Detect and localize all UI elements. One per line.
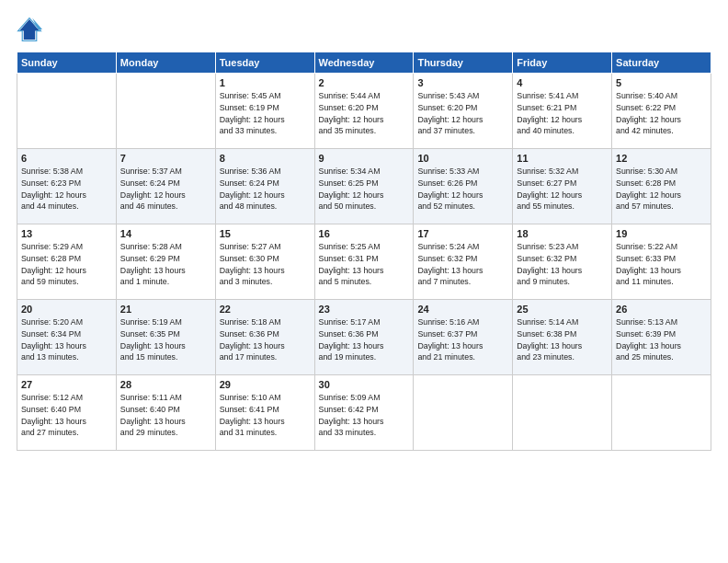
calendar-week-row: 27Sunrise: 5:12 AM Sunset: 6:40 PM Dayli… [17,375,711,451]
day-info: Sunrise: 5:17 AM Sunset: 6:36 PM Dayligh… [319,316,410,363]
calendar-cell: 9Sunrise: 5:34 AM Sunset: 6:25 PM Daylig… [314,149,414,224]
day-info: Sunrise: 5:22 AM Sunset: 6:33 PM Dayligh… [616,241,707,288]
calendar-cell: 7Sunrise: 5:37 AM Sunset: 6:24 PM Daylig… [116,149,215,224]
calendar-cell: 14Sunrise: 5:28 AM Sunset: 6:29 PM Dayli… [116,224,215,300]
logo-icon [17,17,42,42]
weekday-header: Wednesday [314,52,414,74]
day-info: Sunrise: 5:32 AM Sunset: 6:27 PM Dayligh… [517,166,608,213]
day-number: 22 [220,304,311,315]
calendar-cell [17,74,117,149]
calendar-cell [513,375,612,451]
calendar-cell: 10Sunrise: 5:33 AM Sunset: 6:26 PM Dayli… [414,149,513,224]
calendar-cell [116,74,215,149]
calendar-cell: 19Sunrise: 5:22 AM Sunset: 6:33 PM Dayli… [612,224,711,300]
day-number: 20 [21,304,112,315]
day-number: 29 [220,379,311,390]
calendar-cell: 5Sunrise: 5:40 AM Sunset: 6:22 PM Daylig… [612,74,711,149]
day-number: 24 [417,304,508,315]
day-info: Sunrise: 5:40 AM Sunset: 6:22 PM Dayligh… [616,90,707,137]
day-info: Sunrise: 5:23 AM Sunset: 6:32 PM Dayligh… [517,241,608,288]
day-number: 17 [417,228,508,239]
day-info: Sunrise: 5:14 AM Sunset: 6:38 PM Dayligh… [517,316,608,363]
day-info: Sunrise: 5:25 AM Sunset: 6:31 PM Dayligh… [319,241,410,288]
day-info: Sunrise: 5:11 AM Sunset: 6:40 PM Dayligh… [120,392,211,439]
weekday-header: Saturday [612,52,711,74]
day-info: Sunrise: 5:34 AM Sunset: 6:25 PM Dayligh… [319,166,410,213]
day-info: Sunrise: 5:27 AM Sunset: 6:30 PM Dayligh… [220,241,311,288]
calendar-cell: 11Sunrise: 5:32 AM Sunset: 6:27 PM Dayli… [513,149,612,224]
calendar-cell: 20Sunrise: 5:20 AM Sunset: 6:34 PM Dayli… [17,300,117,375]
day-number: 15 [220,228,311,239]
day-number: 3 [417,77,508,88]
day-number: 6 [21,153,112,164]
weekday-header: Monday [116,52,215,74]
day-info: Sunrise: 5:29 AM Sunset: 6:28 PM Dayligh… [21,241,112,288]
day-number: 12 [616,153,707,164]
day-info: Sunrise: 5:41 AM Sunset: 6:21 PM Dayligh… [517,90,608,137]
logo [17,17,46,42]
calendar-cell: 13Sunrise: 5:29 AM Sunset: 6:28 PM Dayli… [17,224,117,300]
calendar-cell: 21Sunrise: 5:19 AM Sunset: 6:35 PM Dayli… [116,300,215,375]
calendar-week-row: 13Sunrise: 5:29 AM Sunset: 6:28 PM Dayli… [17,224,711,300]
calendar-header-row: SundayMondayTuesdayWednesdayThursdayFrid… [17,52,711,74]
day-info: Sunrise: 5:43 AM Sunset: 6:20 PM Dayligh… [417,90,508,137]
day-info: Sunrise: 5:44 AM Sunset: 6:20 PM Dayligh… [319,90,410,137]
day-info: Sunrise: 5:36 AM Sunset: 6:24 PM Dayligh… [220,166,311,213]
day-number: 7 [120,153,211,164]
calendar-cell: 4Sunrise: 5:41 AM Sunset: 6:21 PM Daylig… [513,74,612,149]
day-number: 25 [517,304,608,315]
calendar-cell: 24Sunrise: 5:16 AM Sunset: 6:37 PM Dayli… [414,300,513,375]
calendar-cell: 28Sunrise: 5:11 AM Sunset: 6:40 PM Dayli… [116,375,215,451]
calendar-cell: 17Sunrise: 5:24 AM Sunset: 6:32 PM Dayli… [414,224,513,300]
day-number: 28 [120,379,211,390]
weekday-header: Tuesday [215,52,314,74]
calendar-week-row: 6Sunrise: 5:38 AM Sunset: 6:23 PM Daylig… [17,149,711,224]
calendar-cell: 26Sunrise: 5:13 AM Sunset: 6:39 PM Dayli… [612,300,711,375]
weekday-header: Thursday [414,52,513,74]
calendar-week-row: 1Sunrise: 5:45 AM Sunset: 6:19 PM Daylig… [17,74,711,149]
day-info: Sunrise: 5:30 AM Sunset: 6:28 PM Dayligh… [616,166,707,213]
calendar-cell: 30Sunrise: 5:09 AM Sunset: 6:42 PM Dayli… [314,375,414,451]
day-number: 11 [517,153,608,164]
day-number: 9 [319,153,410,164]
calendar-cell: 6Sunrise: 5:38 AM Sunset: 6:23 PM Daylig… [17,149,117,224]
calendar-cell: 12Sunrise: 5:30 AM Sunset: 6:28 PM Dayli… [612,149,711,224]
day-info: Sunrise: 5:37 AM Sunset: 6:24 PM Dayligh… [120,166,211,213]
calendar-cell: 25Sunrise: 5:14 AM Sunset: 6:38 PM Dayli… [513,300,612,375]
calendar-week-row: 20Sunrise: 5:20 AM Sunset: 6:34 PM Dayli… [17,300,711,375]
day-number: 2 [319,77,410,88]
day-number: 18 [517,228,608,239]
day-number: 5 [616,77,707,88]
calendar-cell: 8Sunrise: 5:36 AM Sunset: 6:24 PM Daylig… [215,149,314,224]
day-number: 8 [220,153,311,164]
calendar-cell: 2Sunrise: 5:44 AM Sunset: 6:20 PM Daylig… [314,74,414,149]
day-number: 10 [417,153,508,164]
day-info: Sunrise: 5:33 AM Sunset: 6:26 PM Dayligh… [417,166,508,213]
day-info: Sunrise: 5:18 AM Sunset: 6:36 PM Dayligh… [220,316,311,363]
calendar-cell: 27Sunrise: 5:12 AM Sunset: 6:40 PM Dayli… [17,375,117,451]
day-number: 27 [21,379,112,390]
day-info: Sunrise: 5:16 AM Sunset: 6:37 PM Dayligh… [417,316,508,363]
day-info: Sunrise: 5:09 AM Sunset: 6:42 PM Dayligh… [319,392,410,439]
day-number: 26 [616,304,707,315]
calendar-cell: 15Sunrise: 5:27 AM Sunset: 6:30 PM Dayli… [215,224,314,300]
day-info: Sunrise: 5:13 AM Sunset: 6:39 PM Dayligh… [616,316,707,363]
day-info: Sunrise: 5:19 AM Sunset: 6:35 PM Dayligh… [120,316,211,363]
day-info: Sunrise: 5:45 AM Sunset: 6:19 PM Dayligh… [220,90,311,137]
day-number: 14 [120,228,211,239]
calendar-cell: 23Sunrise: 5:17 AM Sunset: 6:36 PM Dayli… [314,300,414,375]
calendar-cell: 3Sunrise: 5:43 AM Sunset: 6:20 PM Daylig… [414,74,513,149]
page: SundayMondayTuesdayWednesdayThursdayFrid… [0,0,728,563]
weekday-header: Sunday [17,52,117,74]
day-number: 13 [21,228,112,239]
calendar-cell: 16Sunrise: 5:25 AM Sunset: 6:31 PM Dayli… [314,224,414,300]
calendar-cell [612,375,711,451]
day-info: Sunrise: 5:38 AM Sunset: 6:23 PM Dayligh… [21,166,112,213]
calendar-cell: 18Sunrise: 5:23 AM Sunset: 6:32 PM Dayli… [513,224,612,300]
day-number: 21 [120,304,211,315]
calendar-cell: 29Sunrise: 5:10 AM Sunset: 6:41 PM Dayli… [215,375,314,451]
calendar-cell: 22Sunrise: 5:18 AM Sunset: 6:36 PM Dayli… [215,300,314,375]
weekday-header: Friday [513,52,612,74]
day-number: 16 [319,228,410,239]
day-number: 4 [517,77,608,88]
